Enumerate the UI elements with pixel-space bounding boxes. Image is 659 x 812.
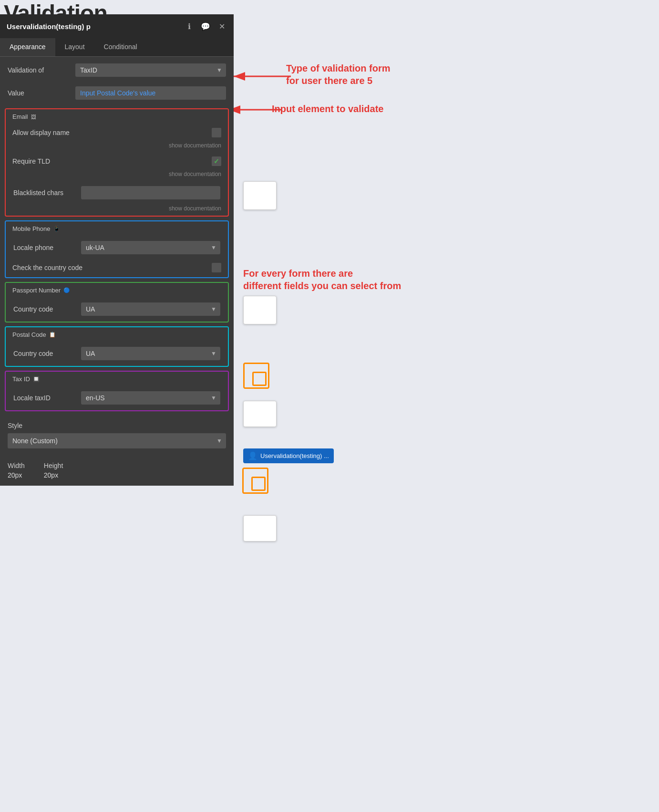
- passport-number-header: Passport Number 🔵: [6, 283, 228, 298]
- require-tld-checkbox[interactable]: ✓: [212, 156, 221, 166]
- locale-phone-select[interactable]: uk-UA en-US en-GB: [81, 241, 220, 254]
- allow-display-name-doc[interactable]: show documentation: [6, 141, 228, 153]
- postal-code-header: Postal Code 📋: [6, 327, 228, 342]
- locale-taxid-row: Locale taxID en-US uk-UA en-GB ▼: [6, 386, 228, 410]
- blacklisted-chars-label: Blacklisted chars: [13, 189, 75, 197]
- panel-title: Uservalidation(testing) p: [7, 22, 91, 31]
- tax-id-title: Tax ID: [12, 375, 30, 383]
- locale-taxid-select[interactable]: en-US uk-UA en-GB: [81, 391, 220, 405]
- height-group: Height 20px: [44, 462, 63, 479]
- allow-display-name-row: Allow display name: [6, 124, 228, 141]
- postal-country-code-row: Country code UA US GB ▼: [6, 342, 228, 366]
- orange-square-icon: [243, 363, 269, 389]
- canvas-box-2: [243, 296, 277, 324]
- passport-icon: 🔵: [63, 287, 70, 293]
- comment-icon[interactable]: 💬: [200, 21, 211, 31]
- check-country-code-label: Check the country code: [12, 264, 82, 271]
- passport-number-title: Passport Number: [12, 287, 61, 294]
- mobile-phone-section: Mobile Phone 📱 Locale phone uk-UA en-US …: [5, 220, 229, 278]
- locale-taxid-label: Locale taxID: [13, 394, 75, 402]
- tab-appearance[interactable]: Appearance: [0, 38, 55, 56]
- check-country-code-row: Check the country code: [6, 259, 228, 277]
- locale-taxid-wrapper: en-US uk-UA en-GB ▼: [81, 391, 220, 405]
- panel-header: Uservalidation(testing) p ℹ 💬 ✕: [0, 14, 234, 38]
- check-country-code-checkbox[interactable]: [212, 263, 221, 272]
- orange-square-icon-2: [242, 468, 268, 494]
- close-icon[interactable]: ✕: [216, 21, 227, 31]
- allow-display-name-checkbox[interactable]: [212, 128, 221, 137]
- mobile-phone-icon: 📱: [53, 226, 60, 232]
- user-icon: 👤: [248, 451, 257, 460]
- passport-country-code-wrapper: UA US GB ▼: [81, 302, 220, 316]
- validation-of-select[interactable]: TaxID Email Mobile Phone Passport Number…: [75, 63, 226, 77]
- value-row: Value Input Postal Code's value: [0, 82, 234, 104]
- style-select-wrapper: None (Custom) Default Custom ▼: [8, 433, 226, 448]
- email-section-title: Email: [12, 113, 28, 120]
- canvas-box-4: [243, 515, 277, 541]
- validation-of-select-wrapper: TaxID Email Mobile Phone Passport Number…: [75, 63, 226, 77]
- email-section-header: Email 🖼: [6, 109, 228, 124]
- uservalidation-badge-label: Uservalidation(testing) ...: [260, 452, 329, 459]
- height-value: 20px: [44, 471, 63, 479]
- passport-number-section: Passport Number 🔵 Country code UA US GB …: [5, 282, 229, 323]
- canvas-box-3: [243, 401, 277, 427]
- uservalidation-badge[interactable]: 👤 Uservalidation(testing) ...: [243, 448, 334, 463]
- annotation-text-3: For every form there aredifferent fields…: [243, 267, 401, 292]
- tabs: Appearance Layout Conditional: [0, 38, 234, 57]
- tab-conditional[interactable]: Conditional: [94, 38, 147, 56]
- annotation-text-1: Type of validation formfor user there ar…: [286, 62, 391, 87]
- tab-layout[interactable]: Layout: [55, 38, 94, 56]
- validation-of-row: Validation of TaxID Email Mobile Phone P…: [0, 57, 234, 82]
- allow-display-name-label: Allow display name: [12, 129, 70, 136]
- tax-id-section: Tax ID 🔲 Locale taxID en-US uk-UA en-GB …: [5, 371, 229, 411]
- postal-country-code-select[interactable]: UA US GB: [81, 347, 220, 360]
- tax-id-header: Tax ID 🔲: [6, 372, 228, 386]
- passport-country-code-select[interactable]: UA US GB: [81, 302, 220, 316]
- mobile-phone-header: Mobile Phone 📱: [6, 221, 228, 236]
- value-input[interactable]: Input Postal Code's value: [75, 86, 226, 100]
- postal-country-code-wrapper: UA US GB ▼: [81, 347, 220, 360]
- email-section: Email 🖼 Allow display name show document…: [5, 108, 229, 217]
- postal-code-icon: 📋: [49, 332, 56, 338]
- locale-phone-row: Locale phone uk-UA en-US en-GB ▼: [6, 236, 228, 259]
- passport-country-code-label: Country code: [13, 305, 75, 313]
- width-group: Width 20px: [8, 462, 25, 479]
- email-icon: 🖼: [31, 114, 36, 120]
- locale-phone-select-wrapper: uk-UA en-US en-GB ▼: [81, 241, 220, 254]
- panel: Uservalidation(testing) p ℹ 💬 ✕ Appearan…: [0, 14, 234, 486]
- mobile-phone-title: Mobile Phone: [12, 225, 51, 232]
- blacklisted-chars-input[interactable]: [81, 186, 220, 199]
- width-value: 20px: [8, 471, 25, 479]
- require-tld-label: Require TLD: [12, 157, 50, 165]
- passport-country-code-row: Country code UA US GB ▼: [6, 298, 228, 322]
- height-label: Height: [44, 462, 63, 469]
- validation-of-label: Validation of: [8, 66, 70, 74]
- require-tld-doc[interactable]: show documentation: [6, 170, 228, 181]
- style-select[interactable]: None (Custom) Default Custom: [8, 433, 226, 448]
- canvas-box-1: [243, 181, 277, 210]
- style-section: Style None (Custom) Default Custom ▼: [0, 415, 234, 455]
- blacklisted-chars-doc[interactable]: show documentation: [6, 204, 228, 216]
- locale-phone-label: Locale phone: [13, 244, 75, 251]
- width-label: Width: [8, 462, 25, 469]
- dimensions-section: Width 20px Height 20px: [0, 455, 234, 486]
- blacklisted-chars-row: Blacklisted chars: [6, 181, 228, 204]
- info-icon[interactable]: ℹ: [184, 21, 195, 31]
- style-label: Style: [8, 422, 226, 429]
- require-tld-row: Require TLD ✓: [6, 153, 228, 170]
- panel-header-icons: ℹ 💬 ✕: [184, 21, 227, 31]
- postal-country-code-label: Country code: [13, 350, 75, 357]
- value-label: Value: [8, 89, 70, 97]
- tax-id-icon: 🔲: [33, 376, 40, 382]
- postal-code-title: Postal Code: [12, 331, 46, 338]
- postal-code-section: Postal Code 📋 Country code UA US GB ▼: [5, 326, 229, 367]
